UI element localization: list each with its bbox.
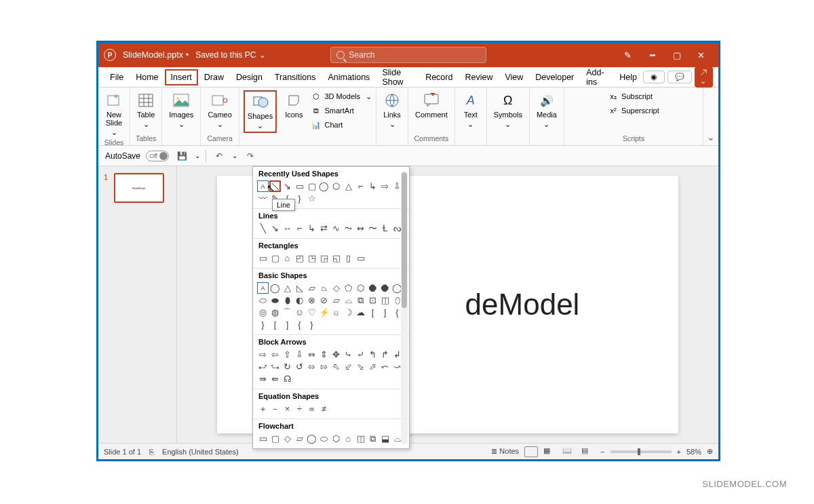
tab-animations[interactable]: Animations [322, 69, 376, 85]
shape-curve[interactable]: 〜 [367, 222, 379, 234]
shape-basic-heptagon[interactable]: ⯃ [367, 282, 379, 294]
shape-triangle[interactable]: △ [343, 180, 354, 192]
shape-rect6[interactable]: ◲ [318, 252, 330, 264]
shape-star[interactable]: ☆ [306, 193, 317, 204]
shapes-button[interactable]: Shapes⌄ [244, 90, 277, 133]
shape-fc-1[interactable]: ▭ [257, 433, 269, 444]
language-indicator[interactable]: English (United States) [162, 448, 239, 456]
shape-eq-minus[interactable]: － [269, 403, 281, 414]
search-box[interactable]: Search [330, 47, 486, 63]
shape-hexagon[interactable]: ⬡ [330, 180, 342, 192]
tab-insert[interactable]: Insert [165, 69, 198, 85]
shape-rect2[interactable]: ▢ [269, 252, 281, 264]
tab-view[interactable]: View [499, 69, 529, 85]
subscript-button[interactable]: x₂Subscript [608, 90, 659, 102]
shape-arrow-updown[interactable]: ⇕ [318, 349, 330, 360]
shape-basic-35[interactable]: ] [379, 307, 391, 318]
shape-right-arrow[interactable]: ⇨ [379, 180, 391, 192]
shape-basic-17[interactable]: ⊗ [306, 294, 317, 306]
shape-basic-trapezoid[interactable]: ⏢ [318, 282, 330, 294]
zoom-slider[interactable] [610, 450, 672, 453]
shape-basic-20[interactable]: ⌓ [343, 294, 354, 306]
tab-slideshow[interactable]: Slide Show [376, 64, 419, 90]
shape-double-arrow[interactable]: ↔ [282, 222, 293, 234]
shape-elbow-connector[interactable]: ⌐ [294, 222, 305, 234]
shape-elbow[interactable]: ⌐ [355, 180, 366, 192]
shape-eq-plus[interactable]: ＋ [257, 403, 269, 414]
3d-models-button[interactable]: ⬡3D Models⌄ [311, 90, 372, 102]
shape-fc-8[interactable]: ⌂ [343, 433, 354, 444]
slideshow-view-button[interactable]: ▤ [581, 446, 595, 457]
shape-rounded-rectangle[interactable]: ▢ [306, 180, 317, 192]
shape-arrow-quad[interactable]: ✥ [330, 349, 342, 360]
shape-arrow-14[interactable]: ⮑ [269, 361, 281, 372]
zoom-out-button[interactable]: − [600, 448, 604, 456]
shape-arrow-25[interactable]: ⇛ [257, 373, 269, 385]
shape-basic-37[interactable]: } [257, 319, 269, 330]
shape-rect4[interactable]: ◰ [294, 252, 305, 264]
shape-rect3[interactable]: ⌂ [282, 252, 293, 264]
tab-help[interactable]: Help [613, 69, 643, 85]
shape-arrow-up[interactable]: ⇧ [282, 349, 293, 360]
chart-button[interactable]: 📊Chart [311, 119, 372, 131]
shape-basic-octagon[interactable]: ⯃ [379, 282, 391, 294]
shape-basic-diamond[interactable]: ◇ [330, 282, 342, 294]
shape-curved-double-arrow[interactable]: ↭ [355, 222, 366, 234]
chevron-down-icon[interactable]: ⌄ [259, 50, 266, 60]
dropdown-scrollbar[interactable] [401, 171, 408, 444]
shape-rect7[interactable]: ◱ [330, 252, 342, 264]
save-icon[interactable]: 💾 [174, 149, 189, 163]
tab-design[interactable]: Design [230, 69, 269, 85]
icons-button[interactable]: Icons [282, 90, 305, 120]
save-status[interactable]: Saved to this PC [195, 50, 256, 60]
shape-fc-10[interactable]: ⧉ [367, 433, 379, 444]
shape-elbow-arrow[interactable]: ↳ [367, 180, 379, 192]
shape-basic-pentagon[interactable]: ⬠ [343, 282, 354, 294]
shape-basic-15[interactable]: ⬮ [282, 294, 293, 306]
shape-fc-6[interactable]: ⬭ [318, 433, 330, 444]
shape-arrow-11[interactable]: ↱ [379, 349, 391, 360]
shape-basic-41[interactable]: } [306, 319, 317, 330]
shape-elbow-double-arrow[interactable]: ⇄ [318, 222, 330, 234]
shape-rect9[interactable]: ▭ [355, 252, 366, 264]
shape-line-plain[interactable]: ╲ [257, 222, 269, 234]
normal-view-button[interactable] [524, 446, 538, 457]
shape-fc-4[interactable]: ▱ [294, 433, 305, 444]
undo-icon[interactable]: ↶ [212, 149, 227, 163]
shape-eq-equals[interactable]: ＝ [306, 403, 317, 414]
smartart-button[interactable]: ⧉SmartArt [311, 104, 372, 117]
shape-arrow-10[interactable]: ↰ [367, 349, 379, 360]
cameo-button[interactable]: Cameo⌄ [205, 90, 234, 130]
shape-arrow-16[interactable]: ↺ [294, 361, 305, 372]
comment-button[interactable]: Comment [412, 90, 450, 120]
shape-basic-triangle[interactable]: △ [282, 282, 293, 294]
reading-view-button[interactable]: 📖 [562, 446, 576, 457]
symbols-button[interactable]: Ω Symbols⌄ [491, 90, 525, 130]
shape-arrow-23[interactable]: ⤺ [379, 361, 391, 372]
shape-basic-hexagon[interactable]: ⬡ [355, 282, 366, 294]
shape-fc-5[interactable]: ◯ [306, 433, 317, 444]
shape-basic-rtriangle[interactable]: ◺ [294, 282, 305, 294]
tab-transitions[interactable]: Transitions [269, 69, 322, 85]
shape-rectangle[interactable]: ▭ [294, 180, 305, 192]
shape-arrow-right[interactable]: ⇨ [257, 349, 269, 360]
shape-fc-7[interactable]: ⬡ [330, 433, 342, 444]
maximize-button[interactable]: ▢ [665, 45, 689, 64]
new-slide-button[interactable]: New Slide⌄ [102, 90, 125, 138]
shape-basic-14[interactable]: ⬬ [269, 294, 281, 306]
shape-line-arrow[interactable]: ↘ [282, 180, 293, 192]
text-button[interactable]: A Text⌄ [459, 90, 482, 130]
shape-arrow-leftright[interactable]: ⇔ [306, 349, 317, 360]
shape-curved-arrow-connector[interactable]: ⤳ [343, 222, 354, 234]
collapse-ribbon-icon[interactable]: ⌄ [703, 88, 718, 145]
notes-button[interactable]: ≣ Notes [491, 447, 519, 456]
record-mode-button[interactable]: ◉ [643, 71, 665, 83]
shape-arrow-18[interactable]: ⇰ [318, 361, 330, 372]
shape-basic-31[interactable]: ☼ [330, 307, 342, 318]
autosave-toggle[interactable]: Off [146, 151, 169, 161]
shape-arrow-8[interactable]: ⤷ [343, 349, 354, 360]
shape-elbow-arrow-connector[interactable]: ↳ [306, 222, 317, 234]
shape-basic-39[interactable]: ] [282, 319, 293, 330]
redo-icon[interactable]: ↷ [243, 149, 258, 163]
shape-arrow-9[interactable]: ⤶ [355, 349, 366, 360]
